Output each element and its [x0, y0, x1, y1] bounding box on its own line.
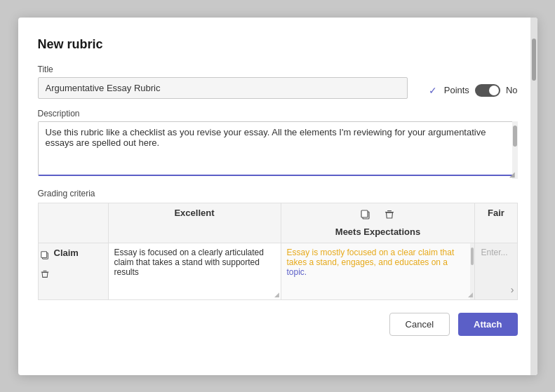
criteria-name-label: Claim	[51, 243, 84, 259]
points-label: Points	[444, 85, 469, 95]
points-toggle[interactable]	[475, 84, 500, 97]
copy-column-button[interactable]	[359, 208, 373, 224]
svg-rect-5	[41, 251, 46, 257]
delete-column-button[interactable]	[382, 208, 396, 224]
meets-expectations-header-label: Meets Expectations	[287, 224, 469, 238]
svg-rect-1	[361, 210, 368, 217]
criteria-name-cell: Claim	[38, 243, 108, 299]
criteria-delete-button[interactable]	[39, 268, 51, 283]
header-meets-expectations: Meets Expectations	[281, 203, 475, 243]
title-field-label: Title	[38, 65, 408, 74]
rubric-table: Excellent	[38, 203, 518, 300]
dialog-title: New rubric	[38, 37, 518, 52]
points-check-icon: ✓	[429, 85, 437, 96]
title-input[interactable]	[38, 77, 408, 99]
description-field-label: Description	[38, 109, 518, 119]
textarea-resize-handle[interactable]: ◢	[509, 170, 516, 177]
excellent-cell: Essay is focused on a clearly articulate…	[108, 243, 281, 299]
criteria-copy-button[interactable]	[39, 249, 51, 264]
excellent-cell-text: Essay is focused on a clearly articulate…	[114, 248, 264, 277]
cancel-button[interactable]: Cancel	[389, 313, 450, 336]
topic-link[interactable]: topic.	[287, 267, 307, 277]
description-textarea[interactable]: Use this rubric like a checklist as you …	[38, 121, 518, 176]
rubric-header-row: Excellent	[38, 203, 517, 243]
table-row: Claim Essay is focused on a clearly arti…	[38, 243, 517, 299]
expand-icon[interactable]: ›	[511, 284, 514, 295]
svg-rect-7	[43, 270, 46, 271]
fair-cell: Enter... ›	[475, 243, 517, 299]
empty-header-cell	[38, 203, 108, 243]
meets-expectations-resize-handle[interactable]: ◢	[468, 291, 473, 298]
fair-cell-placeholder: Enter...	[481, 248, 507, 257]
attach-button[interactable]: Attach	[458, 313, 517, 336]
meets-expectations-cell-text: Essay is mostly focused on a clear claim…	[287, 248, 455, 277]
grading-criteria-label: Grading criteria	[38, 189, 518, 198]
svg-rect-3	[387, 210, 392, 211]
no-label: No	[506, 85, 518, 95]
dialog-footer: Cancel Attach	[38, 313, 518, 336]
meets-expectations-cell: Essay is mostly focused on a clear claim…	[281, 243, 475, 299]
dialog-scrollbar[interactable]	[530, 18, 537, 375]
header-fair: Fair	[475, 203, 517, 243]
header-excellent: Excellent	[108, 203, 281, 243]
excellent-resize-handle[interactable]: ◢	[274, 291, 279, 298]
